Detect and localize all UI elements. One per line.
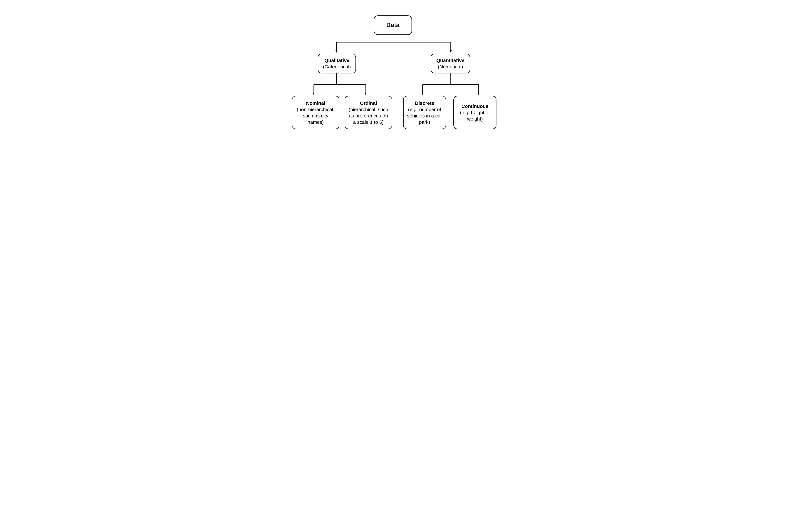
node-continuous: Continuous (e.g. height or weight) bbox=[453, 96, 496, 129]
node-nominal-subtitle: (non-hierarchical, such as city names) bbox=[295, 106, 336, 125]
node-ordinal-title: Ordinal bbox=[360, 100, 377, 106]
node-data: Data bbox=[374, 15, 412, 35]
node-continuous-subtitle: (e.g. height or weight) bbox=[457, 109, 493, 122]
node-continuous-title: Continuous bbox=[461, 103, 489, 109]
node-discrete-title: Discrete bbox=[415, 100, 434, 106]
node-ordinal-subtitle: (hierarchical, such as preferences on a … bbox=[348, 106, 388, 125]
node-quantitative-title: Quantitative bbox=[436, 57, 464, 64]
node-nominal: Nominal (non-hierarchical, such as city … bbox=[292, 96, 340, 129]
node-quantitative: Quantitative (Numerical) bbox=[431, 54, 470, 73]
node-ordinal: Ordinal (hierarchical, such as preferenc… bbox=[345, 96, 392, 129]
node-discrete: Discrete (e.g. number of vehicles in a c… bbox=[403, 96, 446, 129]
node-qualitative: Qualitative (Categorical) bbox=[318, 54, 356, 73]
node-data-title: Data bbox=[386, 21, 399, 29]
node-discrete-subtitle: (e.g. number of vehicles in a car park) bbox=[407, 106, 443, 125]
diagram-canvas: Data Qualitative (Categorical) Quantitat… bbox=[281, 0, 531, 153]
node-qualitative-subtitle: (Categorical) bbox=[323, 64, 351, 70]
node-nominal-title: Nominal bbox=[306, 100, 325, 106]
node-qualitative-title: Qualitative bbox=[324, 57, 349, 64]
node-quantitative-subtitle: (Numerical) bbox=[438, 64, 463, 70]
